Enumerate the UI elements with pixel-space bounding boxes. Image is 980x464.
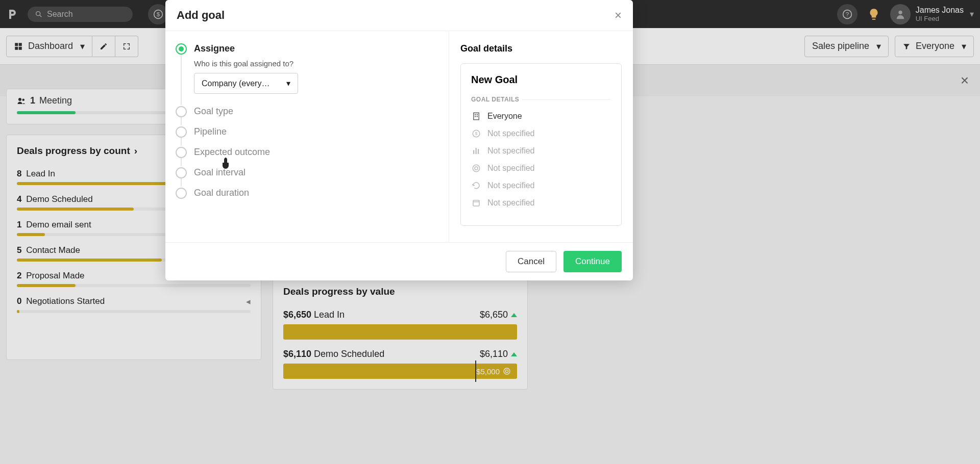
goal-name: New Goal	[471, 74, 611, 86]
step-label: Goal type	[194, 106, 233, 117]
svg-text:$: $	[475, 131, 477, 136]
step-label: Expected outcome	[194, 147, 270, 158]
refresh-icon	[471, 181, 481, 191]
step-indicator-icon	[176, 106, 187, 117]
summary-interval: Not specified	[471, 181, 611, 191]
step-expected-outcome[interactable]: Expected outcome	[176, 147, 434, 158]
step-indicator-icon	[176, 188, 187, 199]
step-indicator-icon	[176, 43, 187, 55]
svg-rect-24	[478, 149, 479, 154]
svg-rect-16	[475, 114, 476, 115]
modal-title: Add goal	[177, 9, 225, 22]
svg-point-25	[473, 165, 480, 172]
svg-rect-18	[475, 116, 476, 117]
svg-rect-27	[473, 200, 479, 206]
calendar-icon	[471, 198, 481, 208]
chevron-down-icon: ▾	[286, 79, 290, 88]
cancel-button[interactable]: Cancel	[506, 251, 556, 272]
continue-button[interactable]: Continue	[564, 251, 622, 272]
summary-duration: Not specified	[471, 198, 611, 208]
step-goal-duration[interactable]: Goal duration	[176, 188, 434, 199]
close-icon[interactable]: ×	[615, 8, 622, 22]
svg-point-26	[475, 167, 478, 170]
step-indicator-icon	[176, 126, 187, 138]
step-label: Goal duration	[194, 188, 249, 198]
svg-rect-17	[477, 114, 478, 115]
step-sublabel: Who is this goal assigned to?	[194, 59, 298, 68]
building-icon	[471, 111, 481, 121]
svg-rect-15	[474, 113, 479, 120]
svg-rect-22	[473, 150, 474, 154]
right-panel-title: Goal details	[460, 43, 622, 54]
step-label: Assignee	[194, 43, 298, 54]
step-assignee[interactable]: Assignee Who is this goal assigned to? C…	[176, 43, 434, 97]
svg-rect-19	[477, 116, 478, 117]
target-icon	[471, 163, 481, 173]
summary-pipeline: Not specified	[471, 146, 611, 156]
section-label: GOAL DETAILS	[471, 96, 611, 103]
step-indicator-icon	[176, 167, 187, 178]
goal-summary-card: New Goal GOAL DETAILS Everyone $ Not spe…	[460, 63, 622, 226]
bars-icon	[471, 146, 481, 156]
svg-rect-23	[476, 148, 477, 154]
summary-outcome: Not specified	[471, 163, 611, 173]
summary-assignee: Everyone	[471, 111, 611, 121]
summary-type: $ Not specified	[471, 128, 611, 139]
add-goal-modal: Add goal × Assignee Who is this goal ass…	[165, 0, 633, 280]
step-goal-type[interactable]: Goal type	[176, 106, 434, 117]
coin-icon: $	[471, 128, 481, 139]
assignee-select[interactable]: Company (every… ▾	[194, 73, 298, 94]
step-label: Pipeline	[194, 126, 227, 137]
step-indicator-icon	[176, 147, 187, 158]
step-goal-interval[interactable]: Goal interval	[176, 167, 434, 178]
select-value: Company (every…	[202, 79, 270, 88]
step-label: Goal interval	[194, 167, 246, 178]
step-pipeline[interactable]: Pipeline	[176, 126, 434, 138]
